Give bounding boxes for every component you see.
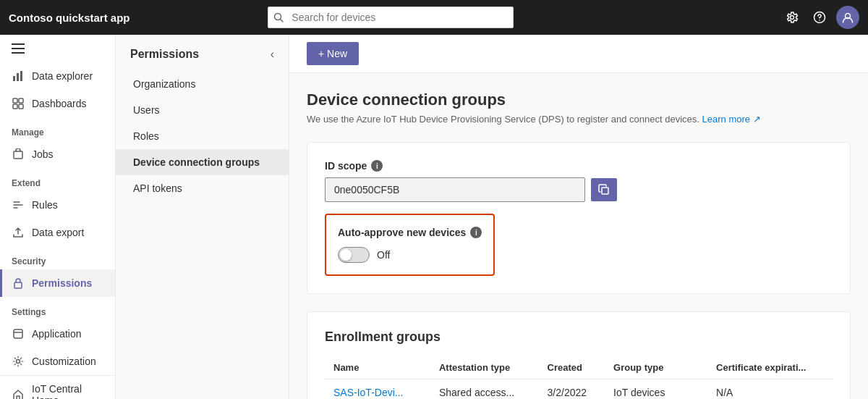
extend-section-label: Extend: [0, 168, 115, 191]
col-header-cert-expiration: Certificate expirati...: [707, 356, 833, 379]
svg-rect-11: [13, 98, 17, 103]
manage-section-label: Manage: [0, 117, 115, 140]
sidebar-item-label: IoT Central Home: [32, 383, 103, 399]
sidebar: Data explorer Dashboards Manage Jobs Ext…: [0, 35, 116, 399]
svg-rect-8: [13, 76, 15, 81]
auto-approve-state-label: Off: [377, 249, 390, 261]
sidebar-item-data-explorer[interactable]: Data explorer: [0, 62, 115, 90]
topbar-icons: [781, 6, 859, 29]
svg-rect-13: [13, 104, 17, 109]
id-scope-input[interactable]: [325, 177, 585, 202]
sidebar-item-permissions[interactable]: Permissions: [0, 269, 115, 297]
permissions-icon: [12, 277, 25, 290]
content-body: Device connection groups We use the Azur…: [289, 73, 868, 399]
sidebar-item-jobs[interactable]: Jobs: [0, 140, 115, 168]
sidebar-bottom: IoT Central Home: [0, 375, 115, 399]
secondary-nav-organizations[interactable]: Organizations: [116, 71, 289, 97]
secondary-nav-roles[interactable]: Roles: [116, 123, 289, 149]
svg-rect-17: [14, 329, 22, 338]
secondary-nav-title: Permissions: [130, 48, 199, 61]
col-header-group-type: Group type: [605, 356, 707, 379]
main-content: + New Device connection groups We use th…: [289, 35, 868, 399]
svg-point-3: [819, 20, 820, 21]
row-attestation-0: Shared access...: [430, 379, 539, 400]
sidebar-item-data-export[interactable]: Data export: [0, 219, 115, 246]
app-title: Contoso quickstart app: [9, 12, 130, 24]
col-header-name: Name: [325, 356, 430, 379]
id-scope-label: ID scope i: [325, 160, 833, 172]
sidebar-item-label: Data explorer: [32, 70, 93, 82]
dashboard-icon: [12, 97, 25, 110]
topbar: Contoso quickstart app: [0, 0, 868, 35]
row-name-0: SAS-IoT-Devi...: [325, 379, 430, 400]
search-container: [268, 7, 514, 28]
sidebar-item-application[interactable]: Application: [0, 320, 115, 348]
settings-button[interactable]: [781, 7, 803, 28]
svg-line-1: [281, 20, 284, 22]
secondary-nav-api-tokens[interactable]: API tokens: [116, 175, 289, 201]
sidebar-item-dashboards[interactable]: Dashboards: [0, 90, 115, 117]
enrollment-table: Name Attestation type Created Group type…: [325, 356, 833, 399]
customization-icon: [12, 355, 25, 368]
sidebar-item-customization[interactable]: Customization: [0, 348, 115, 375]
sidebar-item-label: Rules: [32, 199, 58, 211]
content-toolbar: + New: [289, 35, 868, 73]
secondary-nav-users[interactable]: Users: [116, 97, 289, 123]
svg-rect-15: [14, 151, 22, 159]
toggle-row: Off: [338, 247, 482, 263]
auto-approve-info-icon[interactable]: i: [470, 227, 482, 238]
col-header-attestation: Attestation type: [430, 356, 539, 379]
secondary-nav-header: Permissions ‹: [116, 35, 289, 71]
enrollment-groups-card: Enrollment groups Name Attestation type …: [307, 311, 851, 399]
sidebar-item-label: Dashboards: [32, 98, 87, 109]
search-icon: [273, 12, 284, 22]
secondary-nav-device-connection-groups[interactable]: Device connection groups: [116, 149, 289, 175]
row-group-type-0: IoT devices: [605, 379, 707, 400]
svg-rect-6: [12, 48, 25, 49]
svg-rect-7: [12, 52, 25, 54]
sidebar-item-label: Jobs: [32, 148, 54, 160]
export-icon: [12, 226, 25, 239]
rules-icon: [12, 198, 25, 211]
home-icon: [12, 388, 25, 399]
auto-approve-box: Auto-approve new devices i Off: [325, 214, 495, 276]
col-header-created: Created: [539, 356, 605, 379]
enrollment-groups-title: Enrollment groups: [325, 329, 833, 345]
id-scope-info-icon[interactable]: i: [371, 160, 383, 172]
table-row: SAS-IoT-Devi... Shared access... 3/2/202…: [325, 379, 833, 400]
user-avatar-button[interactable]: [836, 6, 859, 29]
device-group-link-0[interactable]: SAS-IoT-Devi...: [333, 387, 403, 398]
search-input[interactable]: [268, 7, 514, 28]
svg-rect-5: [12, 43, 25, 45]
application-icon: [12, 327, 25, 340]
id-scope-row: [325, 177, 833, 202]
svg-point-18: [17, 360, 20, 364]
new-button[interactable]: + New: [307, 42, 359, 65]
id-scope-card: ID scope i Auto-approve new devices i: [307, 142, 851, 294]
svg-rect-14: [19, 104, 23, 109]
table-body: SAS-IoT-Devi... Shared access... 3/2/202…: [325, 379, 833, 400]
help-button[interactable]: [809, 7, 830, 28]
auto-approve-toggle[interactable]: [338, 247, 370, 263]
secondary-nav-collapse-button[interactable]: ‹: [268, 45, 277, 64]
learn-more-link[interactable]: Learn more ↗: [702, 114, 761, 125]
settings-section-label: Settings: [0, 297, 115, 320]
sidebar-item-label: Application: [32, 328, 82, 340]
chart-icon: [12, 70, 25, 83]
external-link-icon: ↗: [753, 114, 761, 125]
svg-rect-10: [20, 71, 22, 81]
hamburger-button[interactable]: [0, 35, 115, 62]
sidebar-item-rules[interactable]: Rules: [0, 191, 115, 219]
svg-rect-12: [19, 98, 23, 103]
security-section-label: Security: [0, 246, 115, 269]
copy-button[interactable]: [591, 178, 617, 201]
svg-rect-16: [14, 282, 22, 288]
row-cert-0: N/A: [707, 379, 833, 400]
table-header: Name Attestation type Created Group type…: [325, 356, 833, 379]
sidebar-item-label: Permissions: [32, 277, 92, 289]
jobs-icon: [12, 148, 25, 161]
sidebar-item-label: Data export: [32, 227, 84, 238]
toggle-slider: [338, 247, 370, 263]
sidebar-item-iot-central-home[interactable]: IoT Central Home: [0, 376, 115, 399]
row-created-0: 3/2/2022: [539, 379, 605, 400]
